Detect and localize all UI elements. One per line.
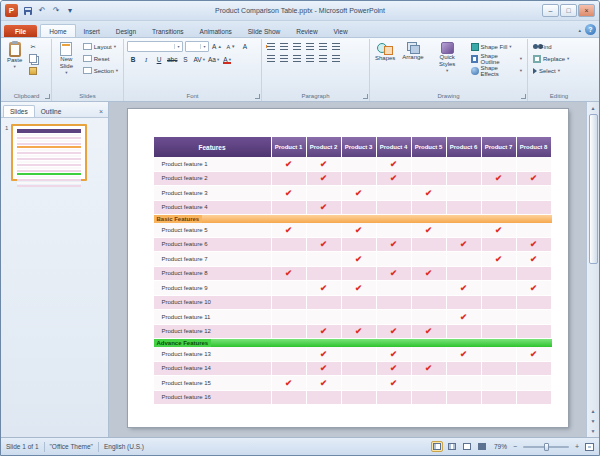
section-button[interactable]: Section▾ xyxy=(81,65,120,76)
shapes-button[interactable]: Shapes xyxy=(373,41,397,90)
scrollbar-thumb[interactable] xyxy=(589,114,598,264)
tab-transitions[interactable]: Transitions xyxy=(144,25,192,37)
maximize-button[interactable]: □ xyxy=(560,4,577,17)
align-left-button[interactable] xyxy=(265,53,276,63)
qat-dropdown-button[interactable]: ▾ xyxy=(64,5,76,17)
feature-row: Product feature 7✔✔✔ xyxy=(154,252,552,267)
strikethrough-button[interactable]: abc xyxy=(166,54,178,65)
scroll-down-icon[interactable]: ▼ xyxy=(591,426,596,436)
tab-home[interactable]: Home xyxy=(40,24,75,37)
font-dialog-launcher[interactable] xyxy=(255,94,260,99)
tab-review[interactable]: Review xyxy=(288,25,325,37)
copy-button[interactable] xyxy=(27,53,39,64)
underline-button[interactable]: U xyxy=(153,54,165,65)
comparison-table[interactable]: FeaturesProduct 1Product 2Product 3Produ… xyxy=(154,137,552,405)
next-slide-icon[interactable]: ▼ xyxy=(591,416,596,426)
product-cell: ✔ xyxy=(447,310,482,324)
line-spacing-button[interactable] xyxy=(330,41,341,51)
minimize-button[interactable]: – xyxy=(542,4,559,17)
clipboard-dialog-launcher[interactable] xyxy=(45,94,50,99)
scroll-up-icon[interactable]: ▲ xyxy=(591,103,596,113)
justify-button[interactable] xyxy=(304,53,315,63)
reading-view-button[interactable] xyxy=(461,441,473,452)
text-direction-button[interactable] xyxy=(317,41,328,51)
product-cell: ✔ xyxy=(307,362,342,376)
clear-formatting-button[interactable]: A xyxy=(239,41,251,52)
close-button[interactable]: × xyxy=(578,4,595,17)
paragraph-dialog-launcher[interactable] xyxy=(363,94,368,99)
font-color-button[interactable]: A▾ xyxy=(221,54,233,65)
check-icon: ✔ xyxy=(390,364,397,373)
zoom-out-button[interactable]: − xyxy=(510,442,520,452)
align-right-button[interactable] xyxy=(291,53,302,63)
feature-row: Product feature 10 xyxy=(154,296,552,311)
tab-view[interactable]: View xyxy=(326,25,356,37)
help-icon[interactable]: ? xyxy=(585,24,596,35)
arrange-button[interactable]: Arrange xyxy=(400,41,425,90)
increase-indent-button[interactable] xyxy=(304,41,315,51)
paste-button[interactable]: Paste ▾ xyxy=(5,41,24,90)
grow-font-button[interactable]: A▲ xyxy=(211,41,223,52)
powerpoint-app-icon[interactable]: P xyxy=(5,4,18,17)
columns-button[interactable] xyxy=(317,53,328,63)
tab-slide-show[interactable]: Slide Show xyxy=(240,25,289,37)
cut-button[interactable]: ✂ xyxy=(27,41,39,52)
numbering-button[interactable] xyxy=(278,41,289,51)
zoom-slider-thumb[interactable] xyxy=(544,443,549,451)
tab-animations[interactable]: Animations xyxy=(192,25,240,37)
replace-button[interactable]: Replace▾ xyxy=(531,53,587,64)
fit-to-window-button[interactable] xyxy=(585,443,594,451)
find-button[interactable]: Find xyxy=(531,41,587,52)
shape-fill-button[interactable]: Shape Fill▾ xyxy=(469,41,524,52)
slideshow-view-button[interactable] xyxy=(476,441,488,452)
zoom-slider[interactable] xyxy=(523,446,569,448)
drawing-dialog-launcher[interactable] xyxy=(521,94,526,99)
tab-slides[interactable]: Slides xyxy=(3,105,35,117)
italic-button[interactable]: I xyxy=(140,54,152,65)
new-slide-button[interactable]: New Slide ▾ xyxy=(55,41,78,90)
quick-styles-button[interactable]: Quick Styles ▾ xyxy=(429,41,466,90)
shape-effects-button[interactable]: Shape Effects▾ xyxy=(469,65,524,76)
normal-view-button[interactable] xyxy=(431,441,443,452)
text-shadow-button[interactable]: S xyxy=(179,54,191,65)
feature-row: Product feature 6✔✔✔✔ xyxy=(154,238,552,253)
convert-to-smartart-button[interactable] xyxy=(330,53,341,63)
language-indicator[interactable]: English (U.S.) xyxy=(104,443,144,450)
product-cell xyxy=(517,296,552,310)
align-center-button[interactable] xyxy=(278,53,289,63)
change-case-button[interactable]: Aa▾ xyxy=(207,54,220,65)
previous-slide-icon[interactable]: ▲ xyxy=(591,406,596,416)
decrease-indent-button[interactable] xyxy=(291,41,302,51)
select-button[interactable]: Select▾ xyxy=(531,65,587,76)
reset-button[interactable]: Reset xyxy=(81,53,120,64)
minimize-ribbon-icon[interactable]: ▴ xyxy=(578,27,581,33)
panel-close-icon[interactable]: × xyxy=(96,108,106,117)
zoom-percentage[interactable]: 79% xyxy=(491,443,507,450)
shape-outline-button[interactable]: Shape Outline▾ xyxy=(469,53,524,64)
shrink-font-button[interactable]: A▼ xyxy=(225,41,237,52)
theme-name[interactable]: "Office Theme" xyxy=(50,443,93,450)
vertical-scrollbar[interactable]: ▲ ▲ ▼ ▼ xyxy=(586,102,599,437)
product-cell: ✔ xyxy=(377,347,412,361)
tab-insert[interactable]: Insert xyxy=(76,25,108,37)
undo-button[interactable]: ↶ xyxy=(36,5,48,17)
tab-design[interactable]: Design xyxy=(108,25,144,37)
character-spacing-button[interactable]: AV▾ xyxy=(192,54,205,65)
save-button[interactable] xyxy=(22,5,34,17)
tab-outline[interactable]: Outline xyxy=(35,106,68,117)
redo-button[interactable]: ↷ xyxy=(50,5,62,17)
zoom-in-button[interactable]: + xyxy=(572,442,582,452)
font-name-combobox[interactable]: ▾ xyxy=(127,41,183,52)
file-tab[interactable]: File xyxy=(4,25,37,37)
bullets-button[interactable] xyxy=(265,41,276,51)
slide-sorter-view-button[interactable] xyxy=(446,441,458,452)
font-size-combobox[interactable]: ▾ xyxy=(185,41,209,52)
format-painter-button[interactable] xyxy=(27,65,39,76)
check-icon: ✔ xyxy=(320,240,327,249)
layout-icon xyxy=(83,43,92,50)
bold-button[interactable]: B xyxy=(127,54,139,65)
layout-button[interactable]: Layout▾ xyxy=(81,41,120,52)
check-icon: ✔ xyxy=(390,240,397,249)
slide-canvas[interactable]: FeaturesProduct 1Product 2Product 3Produ… xyxy=(128,109,568,427)
slide-thumbnail[interactable] xyxy=(11,124,87,181)
